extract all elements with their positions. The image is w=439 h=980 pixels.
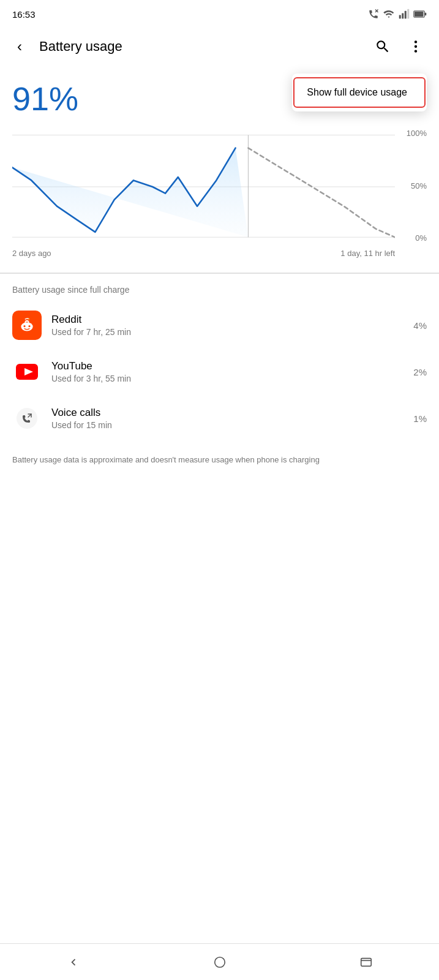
more-icon xyxy=(408,39,424,55)
chart-time-end: 1 day, 11 hr left xyxy=(340,249,395,258)
back-button[interactable]: ‹ xyxy=(6,33,33,60)
reddit-name: Reddit xyxy=(51,314,413,326)
recents-nav-icon xyxy=(359,956,373,969)
reddit-info: Reddit Used for 7 hr, 25 min xyxy=(51,314,413,337)
voice-calls-name: Voice calls xyxy=(51,407,413,419)
dropdown-menu[interactable]: Show full device usage xyxy=(292,74,427,111)
bottom-nav xyxy=(0,943,439,980)
svg-rect-2 xyxy=(399,15,401,19)
svg-point-19 xyxy=(23,325,25,327)
show-full-device-usage-item[interactable]: Show full device usage xyxy=(293,77,426,108)
battery-icon xyxy=(413,10,427,18)
svg-point-10 xyxy=(415,45,417,48)
svg-point-28 xyxy=(17,408,37,429)
youtube-info: YouTube Used for 3 hr, 55 min xyxy=(51,360,413,383)
chart-time-start: 2 days ago xyxy=(12,249,51,258)
usage-section: Battery usage since full charge Reddit U… xyxy=(0,274,439,478)
svg-point-22 xyxy=(26,322,27,323)
home-nav-button[interactable] xyxy=(201,944,238,981)
youtube-usage-time: Used for 3 hr, 55 min xyxy=(51,374,413,383)
voice-calls-info: Voice calls Used for 15 min xyxy=(51,407,413,430)
app-bar: ‹ Battery usage xyxy=(0,26,439,67)
back-icon: ‹ xyxy=(17,38,22,55)
back-nav-icon xyxy=(67,956,80,969)
reddit-usage-time: Used for 7 hr, 25 min xyxy=(51,327,413,337)
voice-calls-usage-time: Used for 15 min xyxy=(51,420,413,430)
page-title: Battery usage xyxy=(39,39,122,55)
back-nav-button[interactable] xyxy=(55,944,92,981)
svg-point-11 xyxy=(415,50,417,52)
svg-point-9 xyxy=(415,40,417,43)
status-icons xyxy=(368,9,427,20)
svg-rect-4 xyxy=(405,11,407,19)
chart-time-labels: 2 days ago 1 day, 11 hr left xyxy=(12,249,427,258)
chart-label-0: 0% xyxy=(397,233,427,243)
section-title: Battery usage since full charge xyxy=(0,285,439,302)
battery-graph xyxy=(12,129,395,245)
svg-rect-7 xyxy=(415,12,424,17)
youtube-app-icon xyxy=(12,357,42,386)
chart-label-100: 100% xyxy=(397,129,427,138)
search-icon xyxy=(375,39,391,55)
home-nav-icon xyxy=(213,956,227,969)
reddit-percent: 4% xyxy=(413,320,427,331)
battery-chart: 100% 50% 0% xyxy=(12,129,427,245)
youtube-icon xyxy=(16,364,38,380)
search-button[interactable] xyxy=(369,33,396,60)
svg-rect-3 xyxy=(402,13,403,19)
app-bar-left: ‹ Battery usage xyxy=(6,33,122,60)
svg-point-30 xyxy=(214,957,225,967)
svg-point-23 xyxy=(27,322,28,323)
chart-svg-area xyxy=(12,129,395,245)
chart-labels-right: 100% 50% 0% xyxy=(397,129,427,245)
recents-nav-button[interactable] xyxy=(348,944,385,981)
voice-calls-app-icon xyxy=(12,404,42,433)
svg-point-24 xyxy=(30,323,32,325)
svg-marker-15 xyxy=(12,148,395,238)
svg-point-25 xyxy=(29,318,30,320)
list-item[interactable]: YouTube Used for 3 hr, 55 min 2% xyxy=(0,349,439,395)
reddit-icon xyxy=(17,315,37,335)
svg-rect-31 xyxy=(361,958,371,966)
wifi-icon xyxy=(383,9,395,20)
list-item[interactable]: Voice calls Used for 15 min 1% xyxy=(0,395,439,442)
signal-icon xyxy=(399,9,410,20)
list-item[interactable]: Reddit Used for 7 hr, 25 min 4% xyxy=(0,302,439,349)
more-options-button[interactable] xyxy=(402,33,429,60)
status-bar: 16:53 xyxy=(0,0,439,26)
voice-calls-icon xyxy=(17,408,37,429)
youtube-percent: 2% xyxy=(413,367,427,377)
app-bar-actions xyxy=(369,33,429,60)
svg-rect-5 xyxy=(407,9,409,19)
voice-calls-percent: 1% xyxy=(413,413,427,424)
chart-label-50: 50% xyxy=(397,181,427,190)
reddit-app-icon xyxy=(12,311,42,340)
youtube-name: YouTube xyxy=(51,360,413,372)
svg-rect-8 xyxy=(424,13,426,15)
phone-icon xyxy=(368,9,379,20)
footer-note: Battery usage data is approximate and do… xyxy=(0,442,439,478)
status-time: 16:53 xyxy=(12,9,36,20)
svg-point-20 xyxy=(28,325,30,327)
